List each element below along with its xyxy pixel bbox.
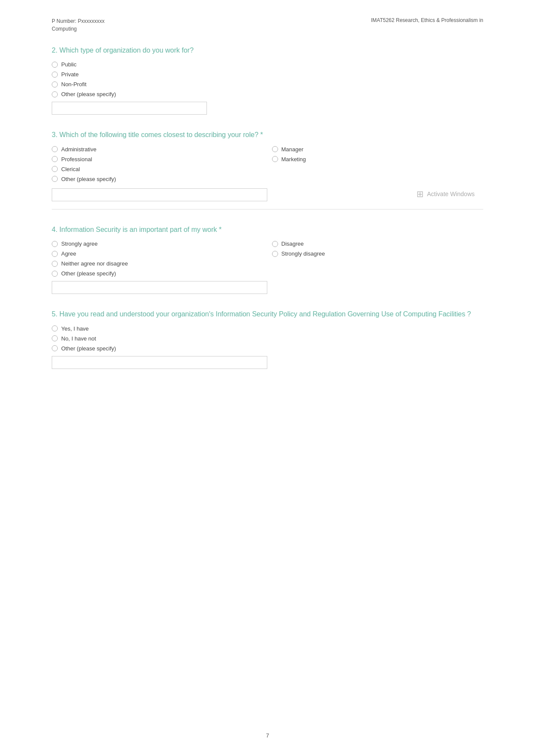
radio-yes[interactable] [52,325,58,331]
radio-disagree[interactable] [272,241,278,247]
q4-label-strongly-agree: Strongly agree [61,241,98,247]
q4-other-input[interactable] [52,281,267,294]
q3-bottom-row: ⊞ Activate Windows [52,187,483,201]
q2-label-other: Other (please specify) [61,91,116,97]
radio-administrative[interactable] [52,146,58,152]
radio-neither[interactable] [52,261,58,267]
radio-other-q2[interactable] [52,91,58,97]
radio-strongly-disagree[interactable] [272,251,278,257]
q2-option-other[interactable]: Other (please specify) [52,91,483,97]
q3-option-professional[interactable]: Professional [52,156,263,162]
q4-label-other: Other (please specify) [61,270,116,277]
p-number: P Number: Pxxxxxxxxx [52,17,104,25]
q3-label-marketing: Marketing [282,156,306,162]
footer: 7 [0,732,535,739]
q5-label-no: No, I have not [61,335,96,342]
activate-windows-text: Activate Windows [427,191,475,197]
q2-options: Public Private Non-Profit Other (please … [52,61,483,97]
q5-option-yes[interactable]: Yes, I have [52,325,483,332]
q3-label-administrative: Administrative [61,146,97,153]
question-2: 2. Which type of organization do you wor… [52,46,483,115]
radio-clerical[interactable] [52,166,58,172]
section-divider [52,209,483,209]
question-5: 5. Have you read and understood your org… [52,309,483,369]
radio-other-q5[interactable] [52,345,58,351]
q3-label-professional: Professional [61,156,92,162]
question-3: 3. Which of the following title comes cl… [52,130,483,209]
q2-option-nonprofit[interactable]: Non-Profit [52,81,483,87]
q3-option-marketing[interactable]: Marketing [272,156,484,162]
q3-title: 3. Which of the following title comes cl… [52,130,483,140]
q2-title: 2. Which type of organization do you wor… [52,46,483,55]
subject: Computing [52,25,104,33]
page: P Number: Pxxxxxxxxx Computing IMAT5262 … [0,0,535,756]
q2-other-input[interactable] [52,102,207,115]
q3-option-administrative[interactable]: Administrative [52,146,263,153]
q2-option-private[interactable]: Private [52,71,483,78]
page-number: 7 [266,732,269,739]
radio-agree[interactable] [52,251,58,257]
header: P Number: Pxxxxxxxxx Computing IMAT5262 … [52,17,483,33]
radio-other-q4[interactable] [52,271,58,277]
activate-windows-container: ⊞ Activate Windows [416,189,483,199]
radio-nonprofit[interactable] [52,81,58,87]
q4-label-agree: Agree [61,250,76,257]
q2-label-private: Private [61,71,78,78]
q4-label-strongly-disagree: Strongly disagree [282,250,325,257]
q3-other-input[interactable] [52,188,267,201]
q3-option-clerical[interactable]: Clerical [52,166,263,172]
radio-no[interactable] [52,335,58,341]
q4-options: Strongly agree Disagree Agree Strongly d… [52,241,483,277]
header-right: IMAT5262 Research, Ethics & Professional… [371,17,483,23]
q2-option-public[interactable]: Public [52,61,483,68]
q5-options: Yes, I have No, I have not Other (please… [52,325,483,352]
q4-title: 4. Information Security is an important … [52,225,483,234]
q3-label-manager: Manager [282,146,303,153]
q4-option-agree[interactable]: Agree [52,250,263,257]
radio-strongly-agree[interactable] [52,241,58,247]
q5-title: 5. Have you read and understood your org… [52,309,483,319]
q5-label-yes: Yes, I have [61,325,89,332]
q4-option-strongly-disagree[interactable]: Strongly disagree [272,250,484,257]
q5-option-other[interactable]: Other (please specify) [52,345,483,352]
q5-other-input[interactable] [52,356,267,369]
q3-option-other[interactable]: Other (please specify) [52,176,263,182]
radio-professional[interactable] [52,156,58,162]
windows-icon: ⊞ [416,189,424,199]
q4-option-disagree[interactable]: Disagree [272,241,484,247]
q2-label-nonprofit: Non-Profit [61,81,87,87]
q4-option-other[interactable]: Other (please specify) [52,270,263,277]
radio-private[interactable] [52,72,58,78]
question-4: 4. Information Security is an important … [52,225,483,294]
radio-marketing[interactable] [272,156,278,162]
header-left: P Number: Pxxxxxxxxx Computing [52,17,104,33]
q2-label-public: Public [61,61,76,68]
q4-label-disagree: Disagree [282,241,304,247]
radio-other-q3[interactable] [52,176,58,182]
q3-option-manager[interactable]: Manager [272,146,484,153]
q5-label-other: Other (please specify) [61,345,116,352]
radio-public[interactable] [52,62,58,68]
radio-manager[interactable] [272,146,278,152]
q4-option-strongly-agree[interactable]: Strongly agree [52,241,263,247]
q4-option-neither[interactable]: Neither agree nor disagree [52,260,263,267]
q3-options: Administrative Manager Professional Mark… [52,146,483,182]
q3-label-clerical: Clerical [61,166,80,172]
q4-label-neither: Neither agree nor disagree [61,260,128,267]
q5-option-no[interactable]: No, I have not [52,335,483,342]
q3-label-other: Other (please specify) [61,176,116,182]
